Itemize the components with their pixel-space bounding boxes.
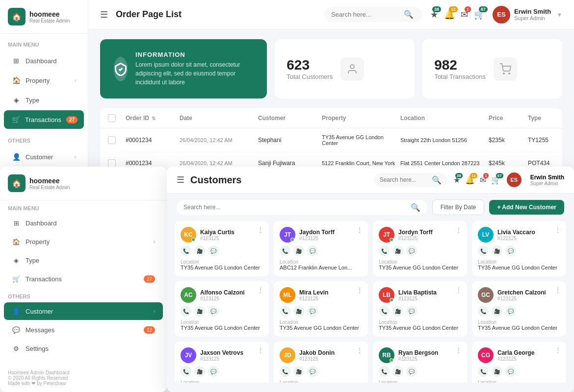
more-icon[interactable]: ⋮ <box>554 346 561 354</box>
customer-location: TY35 Avenue GG London Center <box>379 325 461 331</box>
customers-toolbar-search[interactable]: 🔍 <box>177 200 427 215</box>
mail-icon-wrap[interactable]: ✉ 1 <box>480 175 486 185</box>
more-icon[interactable]: ⋮ <box>257 226 264 234</box>
chat-icon[interactable]: 💬 <box>505 306 516 317</box>
chat-icon[interactable]: 💬 <box>208 366 219 377</box>
row-checkbox[interactable] <box>108 159 116 167</box>
more-icon[interactable]: ⋮ <box>356 286 363 294</box>
video-icon[interactable]: 🎥 <box>293 306 304 317</box>
video-icon[interactable]: 🎥 <box>492 245 502 256</box>
chat-icon[interactable]: 💬 <box>307 366 318 377</box>
phone-icon[interactable]: 📞 <box>379 245 390 256</box>
header-search[interactable]: 🔍 <box>324 7 422 22</box>
video-icon[interactable]: 🎥 <box>293 366 304 377</box>
sidebar-item-label: Customer <box>26 153 53 161</box>
video-icon[interactable]: 🎥 <box>293 245 304 256</box>
video-icon[interactable]: 🎥 <box>194 366 205 377</box>
col-property: Property <box>322 115 400 122</box>
select-all-checkbox[interactable] <box>108 114 116 122</box>
customers-search-input[interactable] <box>380 176 429 183</box>
location-label: Location <box>379 319 461 325</box>
overlay-item-label: Customer <box>26 308 53 315</box>
sidebar-item-customer[interactable]: 👤 Customer › <box>4 147 84 166</box>
video-icon[interactable]: 🎥 <box>492 306 502 317</box>
phone-icon[interactable]: 📞 <box>478 306 489 317</box>
overlay-item-transactions[interactable]: 🛒 Transactions 27 <box>4 270 163 288</box>
phone-icon[interactable]: 📞 <box>181 245 191 256</box>
customer-location: TY35 Avenue GG London Center <box>379 265 461 270</box>
chat-icon[interactable]: 💬 <box>208 306 219 317</box>
chat-icon[interactable]: 💬 <box>406 306 417 317</box>
phone-icon[interactable]: 📞 <box>478 366 489 377</box>
video-icon[interactable]: 🎥 <box>194 306 205 317</box>
cart-icon-wrap[interactable]: 🛒 67 <box>491 175 501 185</box>
phone-icon[interactable]: 📞 <box>280 245 290 256</box>
customers-search[interactable]: 🔍 <box>374 173 447 187</box>
phone-icon[interactable]: 📞 <box>181 366 191 377</box>
more-icon[interactable]: ⋮ <box>455 226 462 234</box>
star-badge: 38 <box>455 173 463 178</box>
order-date: 26/04/2020, 12:42 AM <box>180 160 258 166</box>
sidebar-item-dashboard[interactable]: ⊞ Dashboard <box>4 51 84 70</box>
chat-icon[interactable]: 💬 <box>406 366 417 377</box>
star-icon-wrap[interactable]: ★ 38 <box>453 175 460 185</box>
more-icon[interactable]: ⋮ <box>554 286 561 294</box>
chat-icon[interactable]: 💬 <box>307 245 318 256</box>
video-icon[interactable]: 🎥 <box>392 306 403 317</box>
more-icon[interactable]: ⋮ <box>455 286 462 294</box>
hamburger-icon[interactable]: ☰ <box>100 9 108 20</box>
more-icon[interactable]: ⋮ <box>455 346 462 354</box>
bell-icon-wrap[interactable]: 🔔 12 <box>465 175 475 185</box>
stat-customers-card: 623 Total Customers <box>275 39 415 98</box>
more-icon[interactable]: ⋮ <box>356 226 363 234</box>
bell-icon-wrap[interactable]: 🔔 12 <box>444 9 455 20</box>
header-user[interactable]: ES Erwin Smith Super Admin ▼ <box>493 6 562 24</box>
sidebar-item-transactions[interactable]: 🛒 Transactions 27 <box>4 110 84 129</box>
phone-icon[interactable]: 📞 <box>280 306 290 317</box>
more-icon[interactable]: ⋮ <box>257 286 264 294</box>
mail-icon-wrap[interactable]: ✉ 1 <box>461 9 468 20</box>
overlay-item-property[interactable]: 🏠 Property › <box>4 233 163 250</box>
svg-point-0 <box>350 65 354 69</box>
phone-icon[interactable]: 📞 <box>379 306 390 317</box>
more-icon[interactable]: ⋮ <box>356 346 363 354</box>
overlay-transactions-badge: 27 <box>144 275 155 283</box>
overlay-item-dashboard[interactable]: ⊞ Dashboard <box>4 214 163 232</box>
search-input[interactable] <box>331 11 400 18</box>
overlay-item-customer[interactable]: 👤 Customer › <box>4 302 163 320</box>
customer-actions: 📞 🎥 💬 <box>280 366 362 377</box>
add-new-customer-button[interactable]: + Add New Customer <box>489 200 564 215</box>
hamburger-icon[interactable]: ☰ <box>177 174 184 185</box>
chat-icon[interactable]: 💬 <box>505 245 516 256</box>
row-checkbox[interactable] <box>108 136 116 144</box>
phone-icon[interactable]: 📞 <box>478 245 489 256</box>
order-type: POT434 <box>528 160 562 167</box>
chat-icon[interactable]: 💬 <box>505 366 516 377</box>
sidebar-item-property[interactable]: 🏠 Property › <box>4 71 84 90</box>
chat-icon[interactable]: 💬 <box>406 245 417 256</box>
chat-icon[interactable]: 💬 <box>208 245 219 256</box>
more-icon[interactable]: ⋮ <box>257 346 264 354</box>
info-card-title: INFORMATION <box>135 51 253 58</box>
grid-icon: ⊞ <box>12 56 21 65</box>
bell-badge: 12 <box>470 173 477 178</box>
sidebar-item-type[interactable]: ◈ Type <box>4 91 84 109</box>
overlay-item-type[interactable]: ◈ Type <box>4 251 163 269</box>
filter-by-date-button[interactable]: Filter By Date <box>432 199 485 215</box>
video-icon[interactable]: 🎥 <box>392 366 403 377</box>
overlay-item-messages[interactable]: 💬 Messages 12 <box>4 321 163 339</box>
phone-icon[interactable]: 📞 <box>379 366 390 377</box>
video-icon[interactable]: 🎥 <box>392 245 403 256</box>
star-icon-wrap[interactable]: ★ 38 <box>430 9 438 20</box>
more-icon[interactable]: ⋮ <box>554 226 561 234</box>
overlay-logo: 🏠 hoomeee Real Estate Admin <box>0 167 167 200</box>
overlay-item-settings[interactable]: ⚙ Settings <box>4 340 163 357</box>
video-icon[interactable]: 🎥 <box>492 366 502 377</box>
toolbar-search-input[interactable] <box>183 204 408 211</box>
video-icon[interactable]: 🎥 <box>194 245 205 256</box>
chat-icon[interactable]: 💬 <box>307 306 318 317</box>
customer-id: #123125 <box>299 296 328 301</box>
cart-icon-wrap[interactable]: 🛒 67 <box>474 9 485 20</box>
phone-icon[interactable]: 📞 <box>181 306 191 317</box>
phone-icon[interactable]: 📞 <box>280 366 290 377</box>
